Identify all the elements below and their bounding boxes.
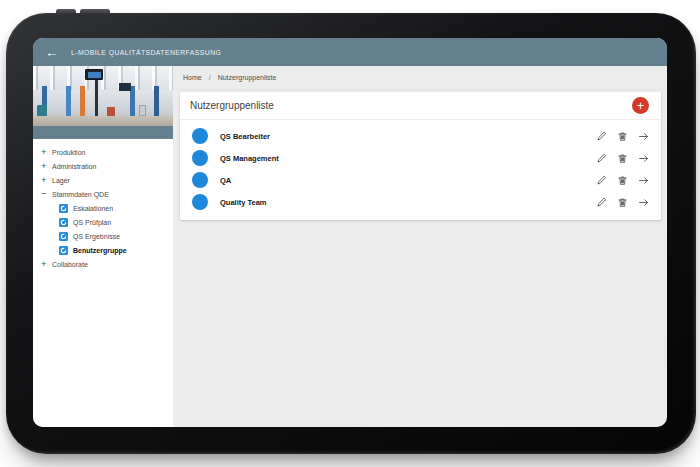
sidebar: + Produktion + Administration + Lager − … xyxy=(33,66,173,427)
sidebar-item-label: QS Prüfplan xyxy=(73,219,111,226)
photo-column xyxy=(154,86,159,117)
sidebar-nav: + Produktion + Administration + Lager − … xyxy=(33,139,173,271)
arrow-right-icon[interactable] xyxy=(637,130,649,142)
photo-column xyxy=(80,86,85,117)
photo-column xyxy=(66,86,71,117)
expand-plus-icon: + xyxy=(41,147,52,157)
sidebar-item-collaborate[interactable]: + Collaborate xyxy=(33,257,173,271)
expand-plus-icon: + xyxy=(41,259,52,269)
breadcrumb-separator: / xyxy=(209,74,211,81)
card-header: Nutzergruppenliste + xyxy=(180,92,661,120)
trash-icon[interactable] xyxy=(616,196,628,208)
group-name: QA xyxy=(220,176,595,185)
sidebar-item-label: Produktion xyxy=(52,149,85,156)
sidebar-item-label: QS Ergebnisse xyxy=(73,233,120,240)
photo-floor xyxy=(33,116,173,126)
sidebar-item-label: Lager xyxy=(52,177,70,184)
photo-ceiling xyxy=(33,66,173,90)
group-name: QS Bearbeiter xyxy=(220,132,595,141)
sidebar-item-label: Administration xyxy=(52,163,96,170)
module-icon xyxy=(59,204,68,213)
module-icon xyxy=(59,232,68,241)
photo-machine xyxy=(107,107,115,116)
factory-photo xyxy=(33,66,173,126)
back-arrow-icon[interactable]: ← xyxy=(45,46,61,59)
pencil-icon[interactable] xyxy=(595,196,607,208)
pencil-icon[interactable] xyxy=(595,130,607,142)
trash-icon[interactable] xyxy=(616,152,628,164)
group-avatar-circle xyxy=(192,172,208,188)
row-actions xyxy=(595,152,649,164)
photo-monitor xyxy=(85,69,103,80)
module-icon xyxy=(59,246,68,255)
sidebar-item-administration[interactable]: + Administration xyxy=(33,159,173,173)
main-area: Home / Nutzergruppenliste Nutzergruppenl… xyxy=(173,66,667,427)
sidebar-item-produktion[interactable]: + Produktion xyxy=(33,145,173,159)
expand-plus-icon: + xyxy=(41,161,52,171)
sidebar-item-qs-pruefplan[interactable]: QS Prüfplan xyxy=(33,215,173,229)
trash-icon[interactable] xyxy=(616,130,628,142)
row-actions xyxy=(595,130,649,142)
sidebar-item-label: Eskalationen xyxy=(73,205,113,212)
breadcrumb-home-link[interactable]: Home xyxy=(183,74,202,81)
page-title: Nutzergruppenliste xyxy=(190,100,632,111)
pencil-icon[interactable] xyxy=(595,152,607,164)
user-group-list-card: Nutzergruppenliste + QS Bearbeiter xyxy=(180,92,661,220)
user-group-row[interactable]: Quality Team xyxy=(180,191,661,213)
app-title: L-MOBILE QUALITÄTSDATENERFASSUNG xyxy=(71,49,221,56)
photo-machine xyxy=(139,105,146,116)
photo-monitor xyxy=(119,83,131,91)
sidebar-item-label: Collaborate xyxy=(52,261,88,268)
user-group-row[interactable]: QS Bearbeiter xyxy=(180,125,661,147)
pencil-icon[interactable] xyxy=(595,174,607,186)
sidebar-item-label: Stammdaten QDE xyxy=(52,191,109,198)
group-name: Quality Team xyxy=(220,198,595,207)
trash-icon[interactable] xyxy=(616,174,628,186)
sidebar-item-stammdaten-qde[interactable]: − Stammdaten QDE xyxy=(33,187,173,201)
collapse-minus-icon: − xyxy=(41,189,52,199)
sidebar-item-eskalationen[interactable]: Eskalationen xyxy=(33,201,173,215)
tablet-screen: ← L-MOBILE QUALITÄTSDATENERFASSUNG xyxy=(33,38,667,427)
user-group-list: QS Bearbeiter QS Management xyxy=(180,120,661,220)
screen-body: + Produktion + Administration + Lager − … xyxy=(33,66,667,427)
sidebar-item-qs-ergebnisse[interactable]: QS Ergebnisse xyxy=(33,229,173,243)
sidebar-item-benutzergruppe[interactable]: Benutzergruppe xyxy=(33,243,173,257)
row-actions xyxy=(595,196,649,208)
photo-pole xyxy=(95,76,98,118)
group-avatar-circle xyxy=(192,194,208,210)
arrow-right-icon[interactable] xyxy=(637,152,649,164)
user-group-row[interactable]: QA xyxy=(180,169,661,191)
row-actions xyxy=(595,174,649,186)
sidebar-item-lager[interactable]: + Lager xyxy=(33,173,173,187)
group-avatar-circle xyxy=(192,128,208,144)
expand-plus-icon: + xyxy=(41,175,52,185)
user-group-row[interactable]: QS Management xyxy=(180,147,661,169)
mockup-stage: ← L-MOBILE QUALITÄTSDATENERFASSUNG xyxy=(0,0,700,467)
arrow-right-icon[interactable] xyxy=(637,196,649,208)
group-avatar-circle xyxy=(192,150,208,166)
sidebar-hero xyxy=(33,66,173,139)
module-icon xyxy=(59,218,68,227)
sidebar-item-label: Benutzergruppe xyxy=(73,247,127,254)
add-group-button[interactable]: + xyxy=(632,97,649,114)
app-bar: ← L-MOBILE QUALITÄTSDATENERFASSUNG xyxy=(33,38,667,66)
arrow-right-icon[interactable] xyxy=(637,174,649,186)
group-name: QS Management xyxy=(220,154,595,163)
breadcrumb: Home / Nutzergruppenliste xyxy=(173,66,667,90)
breadcrumb-current: Nutzergruppenliste xyxy=(218,74,277,81)
